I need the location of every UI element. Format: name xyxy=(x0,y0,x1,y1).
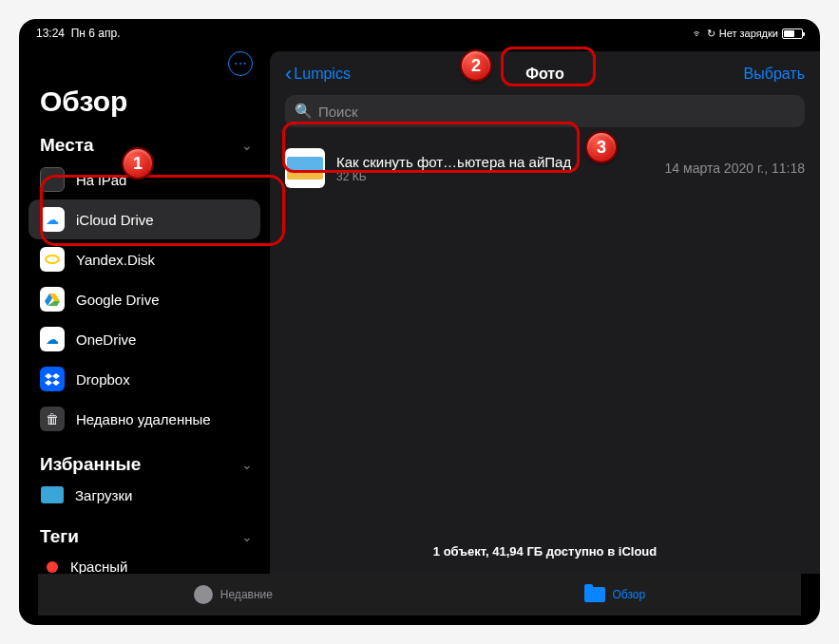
chevron-down-icon: ⌄ xyxy=(241,457,253,472)
section-label: Места xyxy=(40,135,94,156)
status-left: 13:24 Пн 6 апр. xyxy=(36,27,120,40)
search-icon: 🔍 xyxy=(295,103,313,120)
google-drive-icon xyxy=(40,287,65,312)
nav-bar: ‹ Lumpics Фото Выбрать xyxy=(270,51,820,95)
folder-icon xyxy=(41,486,64,503)
section-label: Теги xyxy=(40,526,79,547)
status-right: ᯤ ↻ Нет зарядки xyxy=(693,28,803,40)
search-input[interactable]: 🔍 Поиск xyxy=(285,95,805,127)
more-options-icon[interactable]: ⋯ xyxy=(228,51,253,76)
sidebar-item-label: Dropbox xyxy=(76,371,130,388)
sidebar-item-label: Загрузки xyxy=(75,487,132,503)
status-time: 13:24 xyxy=(36,27,65,40)
yandex-disk-icon xyxy=(40,247,65,272)
sidebar-item-onedrive[interactable]: ☁OneDrive xyxy=(19,319,270,359)
tab-label: Обзор xyxy=(613,588,646,601)
bottom-tab-bar: Недавние Обзор xyxy=(38,574,801,616)
tag-dot-icon xyxy=(47,561,58,573)
section-header-favorites[interactable]: Избранные ⌄ xyxy=(19,450,270,479)
main-panel: ‹ Lumpics Фото Выбрать 🔍 Поиск Как скину… xyxy=(270,51,820,574)
sidebar-item-label: Google Drive xyxy=(76,292,160,308)
chevron-down-icon: ⌄ xyxy=(241,529,253,544)
status-bar: 13:24 Пн 6 апр. ᯤ ↻ Нет зарядки xyxy=(19,19,820,44)
search-wrap: 🔍 Поиск xyxy=(270,95,820,139)
sidebar-item-icloud-drive[interactable]: ☁iCloud Drive xyxy=(29,199,260,239)
device-frame: 13:24 Пн 6 апр. ᯤ ↻ Нет зарядки ⋯ Обзор … xyxy=(19,19,820,625)
file-row[interactable]: Как скинуть фот…ьютера на айПад 32 КБ 14… xyxy=(285,139,805,198)
sidebar-item-dropbox[interactable]: Dropbox xyxy=(19,359,270,399)
battery-icon xyxy=(782,28,803,39)
sidebar-item-label: Красный xyxy=(70,559,127,575)
chevron-down-icon: ⌄ xyxy=(241,138,253,153)
back-button[interactable]: ‹ Lumpics xyxy=(285,64,351,85)
sidebar-top: ⋯ xyxy=(19,44,270,82)
dropbox-icon xyxy=(40,367,65,391)
svg-point-0 xyxy=(46,256,59,263)
file-info: Как скинуть фот…ьютера на айПад 32 КБ xyxy=(336,154,654,183)
search-placeholder: Поиск xyxy=(318,104,358,120)
section-header-locations[interactable]: Места ⌄ xyxy=(19,131,270,160)
sidebar-item-yandex-disk[interactable]: Yandex.Disk xyxy=(19,239,270,279)
file-name: Как скинуть фот…ьютера на айПад xyxy=(336,154,654,170)
sidebar-item-label: OneDrive xyxy=(76,331,136,348)
footer-status: 1 объект, 41,94 ГБ доступно в iCloud xyxy=(270,529,820,574)
sidebar-item-label: Yandex.Disk xyxy=(76,252,155,268)
tab-recents[interactable]: Недавние xyxy=(194,585,273,604)
clock-icon xyxy=(194,585,213,604)
trash-icon: 🗑 xyxy=(40,407,65,431)
sidebar-item-label: Недавно удаленные xyxy=(76,411,211,427)
chevron-left-icon: ‹ xyxy=(285,64,292,85)
sidebar-item-ipad[interactable]: На iPad xyxy=(19,160,270,199)
sidebar-title: Обзор xyxy=(19,82,270,131)
onedrive-icon: ☁ xyxy=(40,327,65,351)
back-label: Lumpics xyxy=(294,66,351,83)
wifi-icon: ᯤ xyxy=(693,28,703,39)
sidebar-item-label: iCloud Drive xyxy=(76,212,154,228)
folder-icon xyxy=(584,587,605,602)
file-list: Как скинуть фот…ьютера на айПад 32 КБ 14… xyxy=(270,139,820,529)
battery-label: Нет зарядки xyxy=(719,28,778,39)
status-date: Пн 6 апр. xyxy=(71,27,121,40)
file-date: 14 марта 2020 г., 11:18 xyxy=(665,161,805,176)
sidebar-item-recently-deleted[interactable]: 🗑Недавно удаленные xyxy=(19,399,270,439)
ipad-icon xyxy=(40,167,65,192)
sidebar-item-downloads[interactable]: Загрузки xyxy=(19,479,270,511)
section-header-tags[interactable]: Теги ⌄ xyxy=(19,522,270,551)
section-label: Избранные xyxy=(40,454,141,475)
sidebar-item-label: На iPad xyxy=(76,172,126,188)
file-size: 32 КБ xyxy=(336,170,654,183)
tab-browse[interactable]: Обзор xyxy=(584,587,646,602)
tab-label: Недавние xyxy=(220,588,273,601)
file-thumbnail-icon xyxy=(285,148,325,188)
app-body: ⋯ Обзор Места ⌄ На iPad ☁iCloud Drive Ya… xyxy=(19,44,820,574)
sidebar: ⋯ Обзор Места ⌄ На iPad ☁iCloud Drive Ya… xyxy=(19,44,270,574)
folder-title: Фото xyxy=(525,66,563,83)
sync-icon: ↻ xyxy=(707,28,715,40)
sidebar-item-google-drive[interactable]: Google Drive xyxy=(19,279,270,319)
icloud-icon: ☁ xyxy=(40,207,65,232)
select-button[interactable]: Выбрать xyxy=(744,66,805,83)
